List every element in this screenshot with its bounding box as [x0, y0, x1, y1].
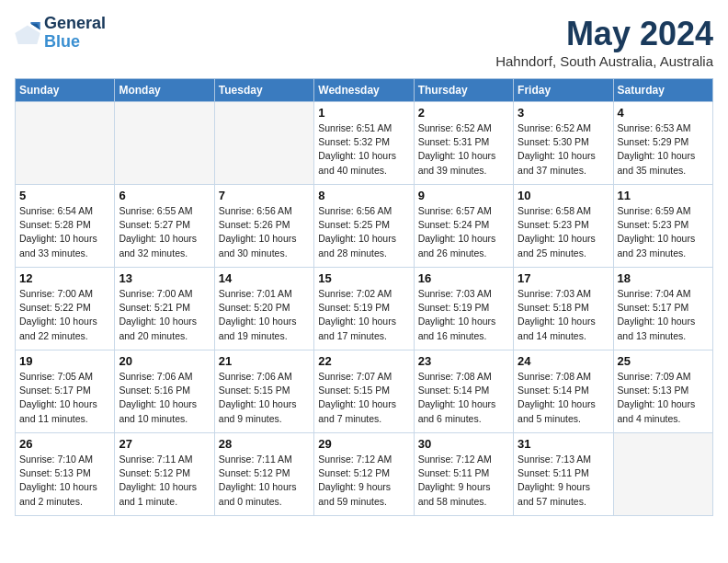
- weekday-header-wednesday: Wednesday: [314, 79, 414, 102]
- day-number: 25: [618, 354, 709, 368]
- calendar-cell: 27Sunrise: 7:11 AM Sunset: 5:12 PM Dayli…: [115, 433, 214, 516]
- day-info: Sunrise: 6:56 AM Sunset: 5:26 PM Dayligh…: [219, 204, 310, 260]
- day-info: Sunrise: 6:51 AM Sunset: 5:32 PM Dayligh…: [318, 121, 409, 178]
- day-number: 5: [19, 189, 110, 202]
- day-info: Sunrise: 6:52 AM Sunset: 5:31 PM Dayligh…: [418, 121, 509, 178]
- week-row-5: 26Sunrise: 7:10 AM Sunset: 5:13 PM Dayli…: [16, 433, 713, 516]
- day-info: Sunrise: 6:57 AM Sunset: 5:24 PM Dayligh…: [418, 204, 509, 260]
- day-number: 21: [219, 354, 310, 368]
- page-header: General Blue May 2024 Hahndorf, South Au…: [15, 15, 713, 69]
- weekday-header-sunday: Sunday: [16, 79, 115, 102]
- day-info: Sunrise: 7:03 AM Sunset: 5:19 PM Dayligh…: [418, 287, 509, 343]
- day-number: 13: [119, 271, 210, 285]
- weekday-header-saturday: Saturday: [613, 79, 712, 102]
- day-number: 2: [418, 106, 509, 120]
- day-number: 24: [518, 354, 609, 368]
- calendar-cell: 31Sunrise: 7:13 AM Sunset: 5:11 PM Dayli…: [514, 433, 613, 516]
- day-number: 31: [518, 437, 609, 451]
- calendar-cell: [613, 433, 712, 516]
- day-number: 1: [318, 106, 409, 120]
- calendar-cell: 1Sunrise: 6:51 AM Sunset: 5:32 PM Daylig…: [314, 102, 414, 185]
- logo: General Blue: [15, 15, 106, 52]
- day-info: Sunrise: 6:55 AM Sunset: 5:27 PM Dayligh…: [119, 204, 210, 260]
- day-info: Sunrise: 7:01 AM Sunset: 5:20 PM Dayligh…: [219, 287, 310, 343]
- calendar-cell: 23Sunrise: 7:08 AM Sunset: 5:14 PM Dayli…: [414, 350, 513, 433]
- day-info: Sunrise: 7:00 AM Sunset: 5:22 PM Dayligh…: [19, 287, 110, 343]
- weekday-header-monday: Monday: [115, 79, 214, 102]
- day-number: 29: [318, 437, 409, 451]
- day-info: Sunrise: 6:59 AM Sunset: 5:23 PM Dayligh…: [618, 204, 709, 260]
- calendar-cell: 15Sunrise: 7:02 AM Sunset: 5:19 PM Dayli…: [314, 268, 414, 350]
- calendar-cell: 5Sunrise: 6:54 AM Sunset: 5:28 PM Daylig…: [16, 185, 115, 268]
- day-info: Sunrise: 6:58 AM Sunset: 5:23 PM Dayligh…: [518, 204, 609, 260]
- day-number: 20: [119, 354, 210, 368]
- day-number: 10: [518, 189, 609, 202]
- calendar-cell: 25Sunrise: 7:09 AM Sunset: 5:13 PM Dayli…: [613, 350, 712, 433]
- day-info: Sunrise: 7:05 AM Sunset: 5:17 PM Dayligh…: [19, 370, 110, 426]
- day-info: Sunrise: 7:10 AM Sunset: 5:13 PM Dayligh…: [19, 453, 110, 509]
- calendar-cell: 17Sunrise: 7:03 AM Sunset: 5:18 PM Dayli…: [514, 268, 613, 350]
- calendar-cell: 28Sunrise: 7:11 AM Sunset: 5:12 PM Dayli…: [214, 433, 313, 516]
- day-info: Sunrise: 7:09 AM Sunset: 5:13 PM Dayligh…: [618, 370, 709, 426]
- calendar-cell: [115, 102, 214, 185]
- calendar-cell: 13Sunrise: 7:00 AM Sunset: 5:21 PM Dayli…: [115, 268, 214, 350]
- calendar-cell: [16, 102, 115, 185]
- day-info: Sunrise: 6:52 AM Sunset: 5:30 PM Dayligh…: [518, 121, 609, 178]
- weekday-header-tuesday: Tuesday: [214, 79, 313, 102]
- calendar-cell: 10Sunrise: 6:58 AM Sunset: 5:23 PM Dayli…: [514, 185, 613, 268]
- calendar-cell: 6Sunrise: 6:55 AM Sunset: 5:27 PM Daylig…: [115, 185, 214, 268]
- calendar-cell: 8Sunrise: 6:56 AM Sunset: 5:25 PM Daylig…: [314, 185, 414, 268]
- calendar-cell: 21Sunrise: 7:06 AM Sunset: 5:15 PM Dayli…: [214, 350, 313, 433]
- weekday-header-friday: Friday: [514, 79, 613, 102]
- calendar-cell: 20Sunrise: 7:06 AM Sunset: 5:16 PM Dayli…: [115, 350, 214, 433]
- day-info: Sunrise: 7:02 AM Sunset: 5:19 PM Dayligh…: [318, 287, 409, 343]
- day-number: 28: [219, 437, 310, 451]
- calendar-cell: 7Sunrise: 6:56 AM Sunset: 5:26 PM Daylig…: [214, 185, 313, 268]
- day-number: 4: [618, 106, 709, 120]
- calendar-cell: 19Sunrise: 7:05 AM Sunset: 5:17 PM Dayli…: [16, 350, 115, 433]
- svg-marker-1: [15, 25, 40, 44]
- calendar-cell: 29Sunrise: 7:12 AM Sunset: 5:12 PM Dayli…: [314, 433, 414, 516]
- calendar-cell: 24Sunrise: 7:08 AM Sunset: 5:14 PM Dayli…: [514, 350, 613, 433]
- week-row-2: 5Sunrise: 6:54 AM Sunset: 5:28 PM Daylig…: [16, 185, 713, 268]
- day-number: 7: [219, 189, 310, 202]
- calendar-cell: [214, 102, 313, 185]
- day-number: 6: [119, 189, 210, 202]
- day-info: Sunrise: 6:56 AM Sunset: 5:25 PM Dayligh…: [318, 204, 409, 260]
- calendar-cell: 3Sunrise: 6:52 AM Sunset: 5:30 PM Daylig…: [514, 102, 613, 185]
- day-number: 8: [318, 189, 409, 202]
- day-number: 19: [19, 354, 110, 368]
- day-info: Sunrise: 7:13 AM Sunset: 5:11 PM Dayligh…: [518, 453, 609, 509]
- day-number: 15: [318, 271, 409, 285]
- calendar-cell: 14Sunrise: 7:01 AM Sunset: 5:20 PM Dayli…: [214, 268, 313, 350]
- calendar-cell: 11Sunrise: 6:59 AM Sunset: 5:23 PM Dayli…: [613, 185, 712, 268]
- day-number: 30: [418, 437, 509, 451]
- day-info: Sunrise: 7:08 AM Sunset: 5:14 PM Dayligh…: [418, 370, 509, 426]
- day-number: 27: [119, 437, 210, 451]
- logo-line1: General: [44, 15, 106, 33]
- day-info: Sunrise: 7:06 AM Sunset: 5:16 PM Dayligh…: [119, 370, 210, 426]
- day-number: 12: [19, 271, 110, 285]
- day-number: 11: [618, 189, 709, 202]
- calendar-cell: 2Sunrise: 6:52 AM Sunset: 5:31 PM Daylig…: [414, 102, 513, 185]
- day-info: Sunrise: 7:12 AM Sunset: 5:12 PM Dayligh…: [318, 453, 409, 509]
- day-info: Sunrise: 7:04 AM Sunset: 5:17 PM Dayligh…: [618, 287, 709, 343]
- calendar-cell: 9Sunrise: 6:57 AM Sunset: 5:24 PM Daylig…: [414, 185, 513, 268]
- week-row-1: 1Sunrise: 6:51 AM Sunset: 5:32 PM Daylig…: [16, 102, 713, 185]
- calendar-cell: 22Sunrise: 7:07 AM Sunset: 5:15 PM Dayli…: [314, 350, 414, 433]
- weekday-header-thursday: Thursday: [414, 79, 513, 102]
- day-number: 26: [19, 437, 110, 451]
- calendar-cell: 30Sunrise: 7:12 AM Sunset: 5:11 PM Dayli…: [414, 433, 513, 516]
- calendar-cell: 26Sunrise: 7:10 AM Sunset: 5:13 PM Dayli…: [16, 433, 115, 516]
- day-info: Sunrise: 7:11 AM Sunset: 5:12 PM Dayligh…: [219, 453, 310, 509]
- logo-line2: Blue: [44, 33, 106, 52]
- day-info: Sunrise: 6:54 AM Sunset: 5:28 PM Dayligh…: [19, 204, 110, 260]
- day-info: Sunrise: 7:06 AM Sunset: 5:15 PM Dayligh…: [219, 370, 310, 426]
- day-info: Sunrise: 7:12 AM Sunset: 5:11 PM Dayligh…: [418, 453, 509, 509]
- day-number: 22: [318, 354, 409, 368]
- day-number: 14: [219, 271, 310, 285]
- title-block: May 2024 Hahndorf, South Australia, Aust…: [495, 15, 713, 69]
- week-row-4: 19Sunrise: 7:05 AM Sunset: 5:17 PM Dayli…: [16, 350, 713, 433]
- day-info: Sunrise: 6:53 AM Sunset: 5:29 PM Dayligh…: [618, 121, 709, 178]
- day-number: 17: [518, 271, 609, 285]
